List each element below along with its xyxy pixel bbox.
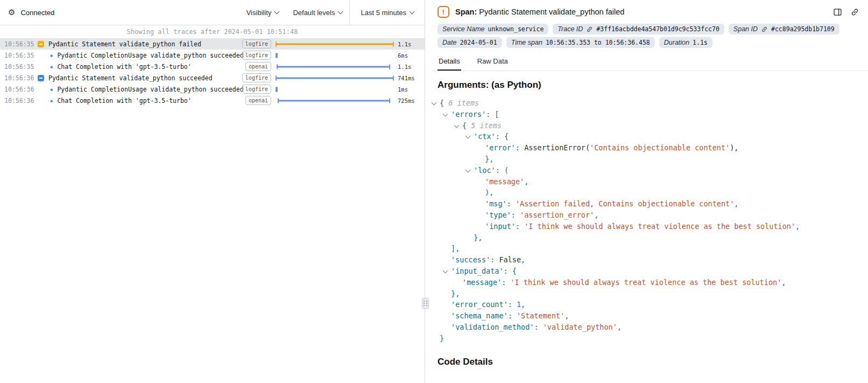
span-diamond-icon: ◆ xyxy=(50,52,53,59)
code-token: AssertionError( xyxy=(524,143,590,152)
trace-name-cell: ◆Chat Completion with 'gpt-3.5-turbo' xyxy=(34,63,245,71)
code-line: } xyxy=(432,333,868,344)
trace-timeline-cell xyxy=(276,83,394,95)
code-token: ), xyxy=(485,188,493,197)
code-token: 'I think we should always treat violence… xyxy=(524,222,795,231)
scope-tag[interactable]: logfire xyxy=(242,39,271,48)
trace-row[interactable]: 10:56:36◆Chat Completion with 'gpt-3.5-t… xyxy=(0,95,425,106)
meta-badge-trace-id[interactable]: Trace ID#3ff16acbdde4a547b01d9c9c533fcc7… xyxy=(553,24,724,34)
trace-timeline-cell xyxy=(276,38,394,50)
panel-resizer-grip[interactable] xyxy=(422,298,429,309)
trace-duration: 1ms xyxy=(394,86,425,93)
duration-bar xyxy=(276,41,394,46)
code-token: 'message' xyxy=(462,278,502,287)
trace-row[interactable]: 10:56:35◆Pydantic CompletionUsage valida… xyxy=(0,50,425,61)
collapse-chevron-icon[interactable] xyxy=(465,134,471,139)
grip-dot xyxy=(424,305,425,306)
gear-icon[interactable]: ⚙ xyxy=(8,8,15,17)
meta-badge-value: unknown_service xyxy=(488,25,544,33)
trace-row[interactable]: 10:56:36Pydantic Statement validate_pyth… xyxy=(0,72,425,83)
meta-badge-value: 10:56:35.353 to 10:56:36.458 xyxy=(546,39,650,46)
code-token: 'success' xyxy=(451,255,490,264)
code-token: , xyxy=(795,222,800,231)
span-title-text: Pydantic Statement validate_python faile… xyxy=(479,8,624,16)
span-detail-header: ! Span: Pydantic Statement validate_pyth… xyxy=(432,0,868,22)
collapse-chevron-icon[interactable] xyxy=(454,122,460,128)
collapse-chevron-icon[interactable] xyxy=(465,167,471,172)
bar-line xyxy=(278,66,389,67)
tab-raw-data[interactable]: Raw Data xyxy=(476,54,509,71)
collapse-toggle-icon[interactable] xyxy=(38,75,44,81)
tab-details[interactable]: Details xyxy=(437,54,461,71)
trace-tag-cell: logfire xyxy=(245,51,271,60)
code-token: : xyxy=(516,143,524,152)
trace-row[interactable]: 10:56:35◆Chat Completion with 'gpt-3.5-t… xyxy=(0,61,425,72)
meta-badge-span-id[interactable]: Span ID#cc89a295db1b7109 xyxy=(729,24,839,34)
code-line: ], xyxy=(432,243,868,254)
code-token: 'message' xyxy=(485,177,524,186)
code-token: , xyxy=(594,211,598,219)
trace-tag-cell: openai xyxy=(245,96,271,105)
trace-tag-cell: logfire xyxy=(245,39,271,48)
code-token: 1 xyxy=(517,300,521,309)
collapse-chevron-icon[interactable] xyxy=(443,111,448,116)
code-line: 'msg': 'Assertion failed, Contains objec… xyxy=(432,198,868,210)
trace-name: Chat Completion with 'gpt-3.5-turbo' xyxy=(57,97,191,105)
trace-duration: 1.1s xyxy=(394,64,425,70)
trace-timestamp: 10:56:35 xyxy=(0,52,34,59)
code-line: 'ctx': { xyxy=(432,131,868,142)
scope-tag[interactable]: logfire xyxy=(242,73,271,82)
code-token: 'input' xyxy=(485,222,516,231)
trace-timestamp: 10:56:36 xyxy=(0,86,34,93)
trace-timeline-cell xyxy=(276,95,394,106)
code-token: 6 items xyxy=(448,99,479,107)
collapse-chevron-icon[interactable] xyxy=(443,268,448,274)
code-line: 'message': 'I think we should always tre… xyxy=(432,277,868,288)
code-token: 'ctx' xyxy=(474,132,496,141)
scope-tag[interactable]: logfire xyxy=(242,85,271,94)
code-token: { xyxy=(440,99,448,107)
scope-tag[interactable]: openai xyxy=(245,96,271,105)
code-token: 'Assertion failed, Contains objectionabl… xyxy=(516,199,734,208)
code-token: : ( xyxy=(496,166,509,175)
meta-badge-label: Date xyxy=(442,39,456,46)
trace-name: Pydantic CompletionUsage validate_python… xyxy=(57,86,243,93)
chevron-down-icon xyxy=(338,9,343,14)
link-icon xyxy=(761,26,768,33)
meta-badge-label: Service Name xyxy=(442,25,485,33)
code-token: : xyxy=(508,300,517,309)
default-levels-dropdown[interactable]: Default levels xyxy=(286,0,349,25)
code-line: 'loc': ( xyxy=(432,165,868,176)
code-token: : xyxy=(507,199,516,208)
code-token: 5 items xyxy=(471,121,502,130)
toggle-panel-button[interactable] xyxy=(833,8,842,17)
code-token: 'assertion_error' xyxy=(520,211,594,219)
collapse-toggle-icon[interactable] xyxy=(38,41,44,47)
meta-badge-label: Time span xyxy=(511,39,542,46)
bar-line xyxy=(277,43,393,45)
meta-badge-label: Duration xyxy=(664,39,689,46)
code-line: ), xyxy=(432,187,868,198)
duration-bar xyxy=(276,53,278,58)
trace-row[interactable]: 10:56:35Pydantic Statement validate_pyth… xyxy=(0,38,425,50)
grip-dot xyxy=(426,301,427,302)
collapse-chevron-icon[interactable] xyxy=(432,100,437,106)
code-token: 'I think we should always treat violence… xyxy=(510,278,781,287)
scope-tag[interactable]: openai xyxy=(245,62,271,71)
default-levels-label: Default levels xyxy=(293,9,335,17)
code-token: , xyxy=(564,311,569,320)
copy-link-button[interactable] xyxy=(850,8,859,17)
scope-tag[interactable]: logfire xyxy=(242,51,271,60)
code-token: 'input_data' xyxy=(451,267,504,275)
trace-name-cell: Pydantic Statement validate_python succe… xyxy=(34,74,245,82)
grip-dot xyxy=(426,305,427,306)
visibility-dropdown[interactable]: Visibility xyxy=(239,0,286,25)
span-diamond-icon: ◆ xyxy=(50,86,53,93)
trace-tag-cell: openai xyxy=(245,62,271,71)
trace-row[interactable]: 10:56:36◆Pydantic CompletionUsage valida… xyxy=(0,83,425,95)
meta-badge-time-span: Time span10:56:35.353 to 10:56:36.458 xyxy=(506,37,655,48)
trace-tag-cell: logfire xyxy=(245,85,271,94)
time-range-dropdown[interactable]: Last 5 minutes xyxy=(349,0,425,25)
code-token: 'validate_python' xyxy=(543,323,617,331)
span-meta-row: Date2024-05-01Time span10:56:35.353 to 1… xyxy=(437,37,868,48)
